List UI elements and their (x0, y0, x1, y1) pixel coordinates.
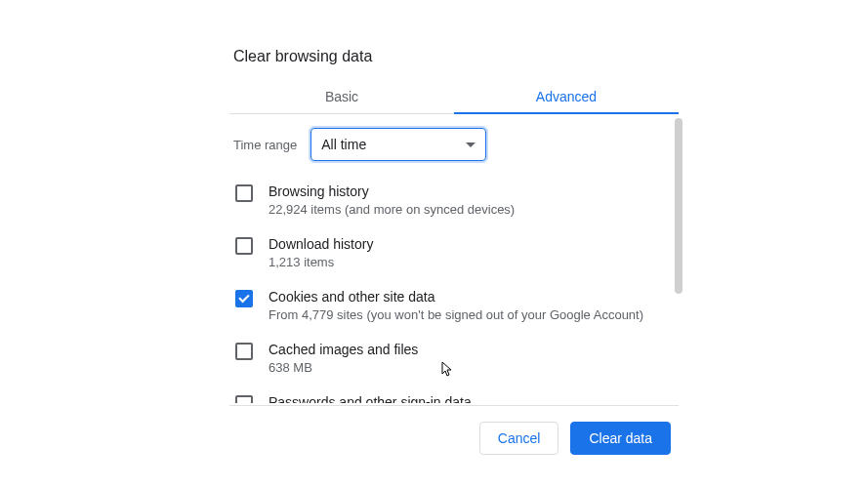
scrollbar[interactable] (675, 118, 682, 294)
option-title: Cookies and other site data (269, 288, 643, 305)
option-subtitle: From 4,779 sites (you won't be signed ou… (269, 306, 643, 323)
option-title: Browsing history (269, 183, 515, 200)
tab-advanced[interactable]: Advanced (454, 79, 679, 114)
dialog-footer: Cancel Clear data (229, 405, 679, 455)
time-range-label: Time range (233, 138, 297, 152)
option-subtitle: 638 MB (269, 359, 418, 376)
checkbox-browsing-history[interactable] (235, 184, 253, 202)
checkbox-download-history[interactable] (235, 237, 253, 255)
dialog-body: Time range All time Browsing history22,9… (229, 114, 679, 403)
dialog-title: Clear browsing data (229, 44, 679, 79)
option-cookies: Cookies and other site dataFrom 4,779 si… (233, 280, 675, 333)
option-title: Cached images and files (269, 341, 418, 358)
clear-data-button[interactable]: Clear data (570, 422, 671, 455)
option-download-history: Download history1,213 items (233, 227, 675, 280)
clear-browsing-data-dialog: Clear browsing data Basic Advanced Time … (229, 44, 679, 403)
option-browsing-history: Browsing history22,924 items (and more o… (233, 175, 675, 227)
option-passwords: Passwords and other sign-in data430 pass… (233, 386, 675, 403)
option-title: Download history (269, 235, 373, 253)
checkbox-cookies[interactable] (235, 290, 253, 307)
chevron-down-icon (466, 142, 475, 147)
option-subtitle: 1,213 items (269, 254, 373, 270)
tab-basic[interactable]: Basic (229, 79, 454, 113)
option-cache: Cached images and files638 MB (233, 333, 675, 386)
option-title: Passwords and other sign-in data (269, 393, 472, 403)
time-range-value: All time (321, 137, 366, 152)
time-range-select[interactable]: All time (310, 128, 486, 161)
tabs: Basic Advanced (229, 79, 679, 114)
checkbox-cache[interactable] (235, 343, 253, 360)
checkbox-passwords[interactable] (235, 395, 253, 403)
option-subtitle: 22,924 items (and more on synced devices… (269, 201, 515, 218)
cancel-button[interactable]: Cancel (479, 422, 559, 455)
